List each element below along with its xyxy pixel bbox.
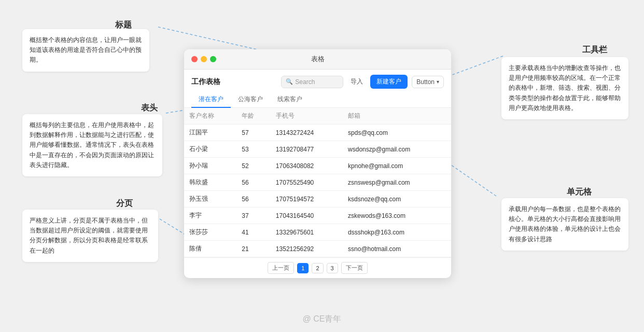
table-cell: 13329675601 (271, 224, 343, 241)
table-row[interactable]: 石小梁5313192708477wsdonszp@gmail.com (184, 141, 451, 158)
pagination-row: 上一页 1 2 3 下一页 (184, 257, 451, 278)
pagination-annotation-box: 严格意义上讲，分页是不属于表格当中，但当数据超过用户所设定的阈值，就需要使用分页… (22, 210, 158, 262)
col-header-email: 邮箱 (343, 108, 451, 125)
table-cell: 21 (236, 241, 271, 257)
page-2-button[interactable]: 2 (312, 263, 323, 273)
traffic-lights (191, 56, 216, 62)
table-row[interactable]: 江国平5713143272424spds@qq.com (184, 125, 451, 141)
table-cell: 53 (236, 141, 271, 158)
header-annotation-desc: 概括每列的主要信息，在用户使用表格中，起到数据解释作用，让数据能与之进行匹配，使… (30, 121, 154, 169)
table-cell: 17075194572 (271, 191, 343, 208)
cell-annotation-label: 单元格 (558, 187, 600, 198)
table-cell: zsnswesp@gmail.com (343, 174, 451, 191)
maximize-button[interactable] (210, 56, 216, 62)
table-cell: ssno@hotmail.com (343, 241, 451, 257)
table-row[interactable]: 张莎莎4113329675601dssshokp@163.com (184, 224, 451, 241)
table-cell: 17075525490 (271, 174, 343, 191)
table-cell: 13143272424 (271, 125, 343, 141)
svg-line-1 (451, 56, 503, 75)
table-cell: 孙小瑞 (184, 158, 236, 174)
search-box[interactable]: 🔍 Search (281, 76, 343, 88)
table-cell: spds@qq.com (343, 125, 451, 141)
minimize-button[interactable] (201, 56, 207, 62)
col-header-name: 客户名称 (184, 108, 236, 125)
title-annotation-box: 概括整个表格的内容信息，让用户一眼就知道该表格的用途是否符合自己心中的预期。 (22, 29, 149, 72)
page-3-button[interactable]: 3 (327, 263, 338, 273)
window-title: 表格 (311, 54, 325, 64)
table-cell: ksdsnoze@qq.com (343, 191, 451, 208)
new-customer-button[interactable]: 新建客户 (370, 75, 408, 89)
button-select[interactable]: Button ▾ (412, 76, 444, 88)
table-cell: 17063408082 (271, 158, 343, 174)
import-button[interactable]: 导入 (347, 75, 366, 88)
toolbar-row: 工作表格 🔍 Search 导入 新建客户 Button ▾ (184, 70, 451, 92)
header-annotation-label: 表头 (134, 103, 165, 114)
table-cell: 52 (236, 158, 271, 174)
table-cell: 17043164540 (271, 208, 343, 224)
toolbar-annotation-box: 主要承载表格当中的增删改查等操作，也是用户使用频率较高的区域。在一个正常的表格中… (501, 57, 628, 119)
button-select-label: Button (416, 78, 435, 86)
table-row[interactable]: 李宇3717043164540zskewods@163.com (184, 208, 451, 224)
col-header-phone: 手机号 (271, 108, 343, 125)
tab-lead-customer[interactable]: 线索客户 (270, 92, 310, 108)
tab-potential-customer[interactable]: 潜在客户 (191, 92, 231, 108)
table-cell: 江国平 (184, 125, 236, 141)
table-cell: 41 (236, 224, 271, 241)
col-header-age: 年龄 (236, 108, 271, 125)
table-cell: 李宇 (184, 208, 236, 224)
table-cell: 13521256292 (271, 241, 343, 257)
table-row[interactable]: 陈倩2113521256292ssno@hotmail.com (184, 241, 451, 257)
table-cell: wsdonszp@gmail.com (343, 141, 451, 158)
next-page-button[interactable]: 下一页 (341, 262, 368, 274)
close-button[interactable] (191, 56, 198, 62)
window-titlebar: 表格 (184, 49, 451, 70)
toolbar-right: 🔍 Search 导入 新建客户 Button ▾ (281, 75, 444, 89)
table-cell: 韩欣盛 (184, 174, 236, 191)
table-cell: 孙玉强 (184, 191, 236, 208)
cell-annotation-desc: 承载用户的每一条数据，也是整个表格的核心。单元格的大小行高都会直接影响用户使用表… (509, 205, 621, 243)
table-row[interactable]: 韩欣盛5617075525490zsnswesp@gmail.com (184, 174, 451, 191)
table-cell: 56 (236, 191, 271, 208)
chevron-down-icon: ▾ (437, 79, 439, 85)
title-annotation-desc: 概括整个表格的内容信息，让用户一眼就知道该表格的用途是否符合自己心中的预期。 (30, 36, 142, 63)
page-name: 工作表格 (191, 77, 220, 87)
prev-page-button[interactable]: 上一页 (268, 262, 294, 274)
page-1-button[interactable]: 1 (297, 263, 309, 273)
main-window: 表格 工作表格 🔍 Search 导入 新建客户 Button ▾ 潜在客户 公… (184, 49, 451, 278)
table-row[interactable]: 孙玉强5617075194572ksdsnoze@qq.com (184, 191, 451, 208)
tabs-row: 潜在客户 公海客户 线索客户 (184, 92, 451, 108)
search-icon: 🔍 (286, 78, 293, 85)
svg-line-4 (451, 165, 496, 196)
cell-annotation-box: 承载用户的每一条数据，也是整个表格的核心。单元格的大小行高都会直接影响用户使用表… (501, 198, 628, 251)
data-table: 客户名称 年龄 手机号 邮箱 江国平5713143272424spds@qq.c… (184, 108, 451, 257)
table-row[interactable]: 孙小瑞5217063408082kpnohe@gmail.com (184, 158, 451, 174)
tab-public-customer[interactable]: 公海客户 (231, 92, 270, 108)
table-cell: dssshokp@163.com (343, 224, 451, 241)
pagination-annotation-desc: 严格意义上讲，分页是不属于表格当中，但当数据超过用户所设定的阈值，就需要使用分页… (30, 217, 148, 254)
table-cell: zskewods@163.com (343, 208, 451, 224)
watermark: @ CE青年 (303, 314, 342, 325)
table-cell: 13192708477 (271, 141, 343, 158)
toolbar-annotation-label: 工具栏 (574, 45, 615, 56)
table-cell: 57 (236, 125, 271, 141)
table-cell: kpnohe@gmail.com (343, 158, 451, 174)
header-annotation-box: 概括每列的主要信息，在用户使用表格中，起到数据解释作用，让数据能与之进行匹配，使… (22, 114, 162, 176)
search-placeholder: Search (295, 78, 315, 86)
table-cell: 陈倩 (184, 241, 236, 257)
table-header-row: 客户名称 年龄 手机号 邮箱 (184, 108, 451, 125)
pagination-annotation-label: 分页 (109, 198, 140, 209)
toolbar-annotation-desc: 主要承载表格当中的增删改查等操作，也是用户使用频率较高的区域。在一个正常的表格中… (509, 64, 621, 112)
table-cell: 张莎莎 (184, 224, 236, 241)
table-cell: 56 (236, 174, 271, 191)
table-cell: 37 (236, 208, 271, 224)
table-cell: 石小梁 (184, 141, 236, 158)
